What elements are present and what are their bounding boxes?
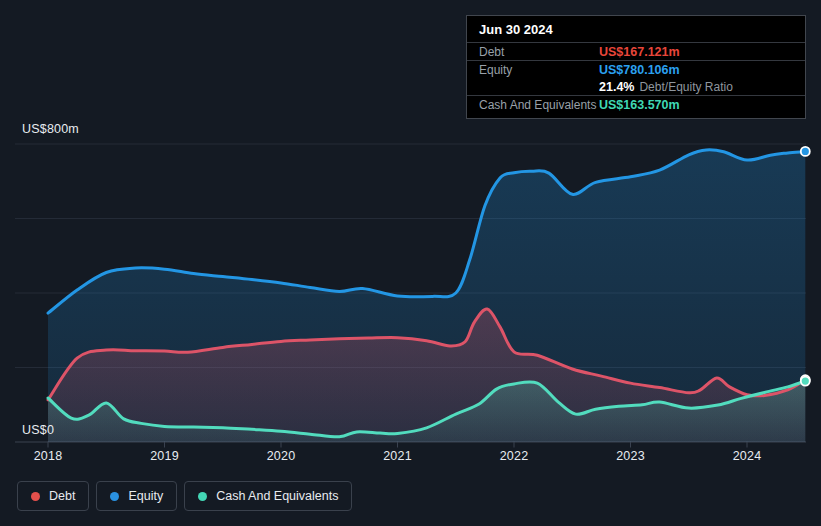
tooltip-row-cash: Cash And Equivalents US$163.570m: [467, 96, 805, 113]
debt-swatch-icon: [31, 492, 40, 501]
chart-tooltip: Jun 30 2024 Debt US$167.121m Equity US$7…: [466, 15, 806, 119]
tooltip-cash-label: Cash And Equivalents: [479, 98, 599, 112]
equity-swatch-icon: [110, 492, 119, 501]
tooltip-debt-value: US$167.121m: [599, 45, 680, 59]
x-axis: 2018 2019 2020 2021 2022 2023 2024: [0, 449, 821, 465]
tooltip-cash-value: US$163.570m: [599, 98, 680, 112]
x-axis-label-2020: 2020: [267, 449, 296, 463]
legend-item-cash[interactable]: Cash And Equivalents: [184, 481, 352, 511]
x-axis-label-2019: 2019: [150, 449, 179, 463]
y-axis-label-max: US$800m: [22, 122, 79, 136]
legend-cash-label: Cash And Equivalents: [216, 489, 338, 503]
legend-equity-label: Equity: [128, 489, 163, 503]
balance-sheet-history-chart: US$800m US$0 2018 2019 2020 2021 2022 20…: [0, 0, 821, 526]
tooltip-row-ratio: 21.4% Debt/Equity Ratio: [467, 78, 805, 96]
x-axis-label-2024: 2024: [733, 449, 762, 463]
legend-item-equity[interactable]: Equity: [96, 481, 177, 511]
tooltip-date: Jun 30 2024: [467, 16, 805, 43]
legend-item-debt[interactable]: Debt: [17, 481, 89, 511]
tooltip-row-equity: Equity US$780.106m: [467, 61, 805, 78]
tooltip-equity-value: US$780.106m: [599, 63, 680, 77]
x-axis-label-2021: 2021: [383, 449, 412, 463]
y-axis-label-zero: US$0: [22, 423, 54, 437]
tooltip-ratio-label: Debt/Equity Ratio: [639, 80, 732, 94]
chart-legend: Debt Equity Cash And Equivalents: [17, 481, 352, 511]
tooltip-debt-label: Debt: [479, 45, 599, 59]
x-axis-label-2023: 2023: [616, 449, 645, 463]
x-axis-label-2018: 2018: [34, 449, 63, 463]
tooltip-equity-label: Equity: [479, 63, 599, 77]
tooltip-row-debt: Debt US$167.121m: [467, 43, 805, 61]
cash-swatch-icon: [198, 492, 207, 501]
tooltip-ratio-value: 21.4%: [599, 80, 634, 94]
x-axis-label-2022: 2022: [500, 449, 529, 463]
legend-debt-label: Debt: [49, 489, 75, 503]
